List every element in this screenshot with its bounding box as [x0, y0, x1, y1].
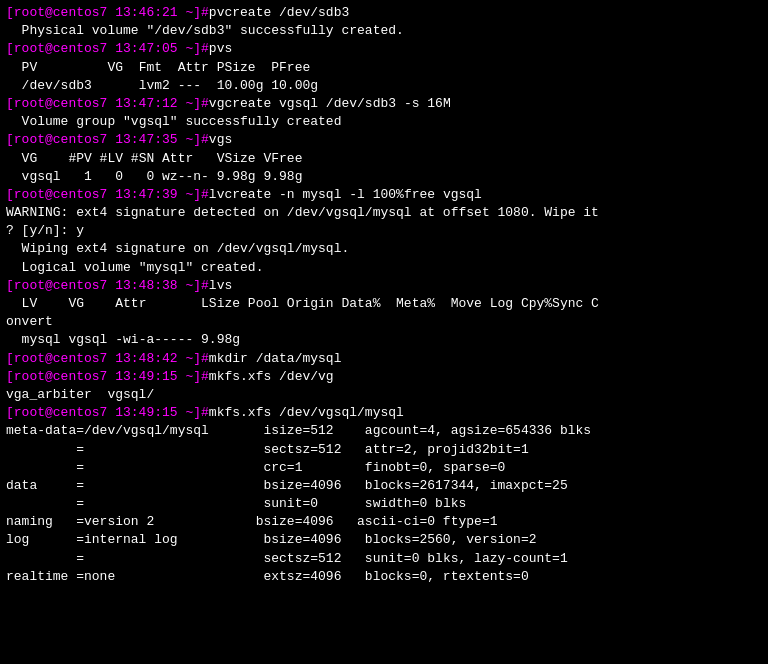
terminal-line: [root@centos7 13:46:21 ~]#pvcreate /dev/… [6, 4, 762, 22]
command-text: lvs [209, 278, 232, 293]
terminal-line: data = bsize=4096 blocks=2617344, imaxpc… [6, 477, 762, 495]
terminal-line: Volume group "vgsql" successfully create… [6, 113, 762, 131]
terminal-line: = sectsz=512 attr=2, projid32bit=1 [6, 441, 762, 459]
terminal-line: [root@centos7 13:48:38 ~]#lvs [6, 277, 762, 295]
terminal-line: [root@centos7 13:49:15 ~]#mkfs.xfs /dev/… [6, 404, 762, 422]
command-text: vgs [209, 132, 232, 147]
command-text: pvcreate /dev/sdb3 [209, 5, 349, 20]
terminal-line: WARNING: ext4 signature detected on /dev… [6, 204, 762, 222]
terminal-line: onvert [6, 313, 762, 331]
prompt-text: [root@centos7 13:49:15 ~]# [6, 369, 209, 384]
prompt-text: [root@centos7 13:48:38 ~]# [6, 278, 209, 293]
terminal-line: [root@centos7 13:47:12 ~]#vgcreate vgsql… [6, 95, 762, 113]
terminal-line: [root@centos7 13:47:05 ~]#pvs [6, 40, 762, 58]
terminal-line: [root@centos7 13:47:39 ~]#lvcreate -n my… [6, 186, 762, 204]
prompt-text: [root@centos7 13:47:39 ~]# [6, 187, 209, 202]
terminal-line: naming =version 2 bsize=4096 ascii-ci=0 … [6, 513, 762, 531]
terminal-line: LV VG Attr LSize Pool Origin Data% Meta%… [6, 295, 762, 313]
terminal-line: vgsql 1 0 0 wz--n- 9.98g 9.98g [6, 168, 762, 186]
prompt-text: [root@centos7 13:49:15 ~]# [6, 405, 209, 420]
terminal-line: ? [y/n]: y [6, 222, 762, 240]
terminal-line: Physical volume "/dev/sdb3" successfully… [6, 22, 762, 40]
terminal-line: [root@centos7 13:48:42 ~]#mkdir /data/my… [6, 350, 762, 368]
terminal-line: mysql vgsql -wi-a----- 9.98g [6, 331, 762, 349]
terminal-line: vga_arbiter vgsql/ [6, 386, 762, 404]
command-text: mkdir /data/mysql [209, 351, 342, 366]
terminal-line: log =internal log bsize=4096 blocks=2560… [6, 531, 762, 549]
prompt-text: [root@centos7 13:47:05 ~]# [6, 41, 209, 56]
command-text: vgcreate vgsql /dev/sdb3 -s 16M [209, 96, 451, 111]
terminal-line: [root@centos7 13:47:35 ~]#vgs [6, 131, 762, 149]
command-text: pvs [209, 41, 232, 56]
command-text: lvcreate -n mysql -l 100%free vgsql [209, 187, 482, 202]
prompt-text: [root@centos7 13:48:42 ~]# [6, 351, 209, 366]
command-text: mkfs.xfs /dev/vg [209, 369, 334, 384]
terminal-line: [root@centos7 13:49:15 ~]#mkfs.xfs /dev/… [6, 368, 762, 386]
terminal-line: Logical volume "mysql" created. [6, 259, 762, 277]
terminal-line: VG #PV #LV #SN Attr VSize VFree [6, 150, 762, 168]
terminal-line: PV VG Fmt Attr PSize PFree [6, 59, 762, 77]
terminal-line: Wiping ext4 signature on /dev/vgsql/mysq… [6, 240, 762, 258]
prompt-text: [root@centos7 13:47:12 ~]# [6, 96, 209, 111]
terminal-line: = crc=1 finobt=0, sparse=0 [6, 459, 762, 477]
terminal-line: = sectsz=512 sunit=0 blks, lazy-count=1 [6, 550, 762, 568]
terminal-line: /dev/sdb3 lvm2 --- 10.00g 10.00g [6, 77, 762, 95]
terminal-window: [root@centos7 13:46:21 ~]#pvcreate /dev/… [0, 0, 768, 590]
terminal-line: = sunit=0 swidth=0 blks [6, 495, 762, 513]
command-text: mkfs.xfs /dev/vgsql/mysql [209, 405, 404, 420]
terminal-line: realtime =none extsz=4096 blocks=0, rtex… [6, 568, 762, 586]
prompt-text: [root@centos7 13:47:35 ~]# [6, 132, 209, 147]
prompt-text: [root@centos7 13:46:21 ~]# [6, 5, 209, 20]
terminal-line: meta-data=/dev/vgsql/mysql isize=512 agc… [6, 422, 762, 440]
